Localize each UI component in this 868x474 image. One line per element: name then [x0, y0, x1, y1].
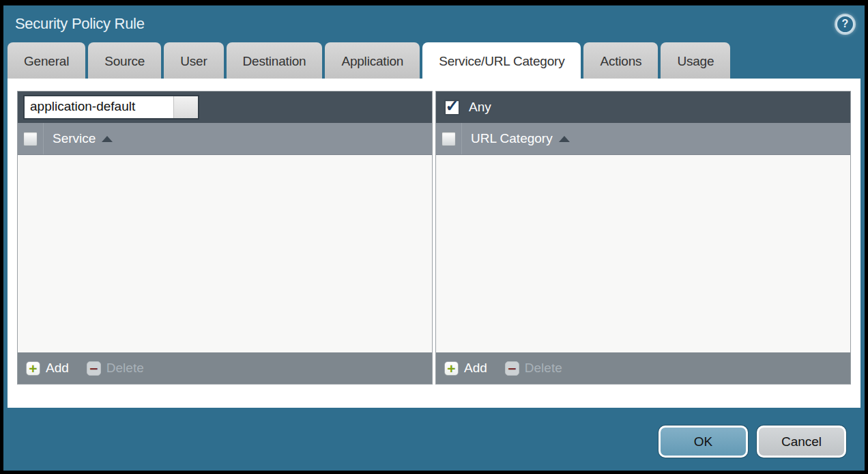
security-policy-rule-dialog: Security Policy Rule ? General Source Us… [3, 5, 865, 471]
service-column-header[interactable]: Service [44, 123, 113, 154]
service-type-dropdown[interactable]: application-default [23, 95, 199, 120]
url-category-add-button[interactable]: + Add [444, 361, 487, 376]
service-header-checkbox-cell: ✓ [18, 123, 44, 154]
url-category-panel: ✓ Any ✓ URL Category [435, 91, 851, 385]
service-select-all-checkbox[interactable]: ✓ [23, 132, 38, 146]
dialog-actions: OK Cancel [3, 426, 865, 458]
tab-destination[interactable]: Destination [227, 42, 323, 79]
url-category-panel-footer: + Add − Delete [436, 352, 850, 384]
title-bar: Security Policy Rule ? [3, 5, 865, 42]
url-category-header-checkbox-cell: ✓ [436, 123, 462, 154]
ok-button[interactable]: OK [659, 426, 748, 458]
any-checkbox[interactable]: ✓ [444, 100, 460, 115]
service-panel-topbar: application-default [18, 92, 432, 123]
service-panel: application-default ✓ [17, 91, 433, 385]
url-category-panel-topbar: ✓ Any [436, 92, 850, 123]
help-glyph: ? [842, 18, 849, 29]
tab-application[interactable]: Application [325, 42, 420, 79]
tab-user[interactable]: User [164, 42, 223, 79]
minus-icon: − [87, 361, 101, 376]
service-column-label: Service [53, 131, 96, 146]
tab-service-url-category[interactable]: Service/URL Category [422, 42, 581, 79]
tab-usage[interactable]: Usage [661, 42, 730, 79]
sort-ascending-icon [102, 136, 113, 142]
tab-general[interactable]: General [8, 42, 85, 79]
screen: Security Policy Rule ? General Source Us… [0, 0, 868, 474]
service-type-dropdown-value: application-default [25, 96, 173, 118]
service-delete-button[interactable]: − Delete [87, 361, 144, 376]
url-category-select-all-checkbox[interactable]: ✓ [442, 132, 456, 146]
url-category-add-label: Add [464, 361, 487, 376]
any-label: Any [469, 100, 491, 115]
service-add-button[interactable]: + Add [26, 361, 69, 376]
service-add-label: Add [46, 361, 69, 376]
minus-icon: − [505, 361, 519, 376]
sort-ascending-icon [559, 136, 570, 142]
dropdown-arrow-button[interactable] [173, 96, 198, 118]
plus-icon: + [444, 361, 459, 376]
check-icon: ✓ [445, 100, 459, 111]
url-category-column-header[interactable]: URL Category [462, 123, 570, 154]
dialog-title: Security Policy Rule [15, 15, 145, 33]
plus-icon: + [26, 361, 40, 376]
url-category-table-body[interactable] [436, 155, 850, 352]
service-panel-footer: + Add − Delete [18, 352, 432, 384]
content-card: application-default ✓ [8, 79, 860, 408]
service-table-body[interactable] [18, 155, 432, 352]
cancel-button[interactable]: Cancel [757, 426, 846, 458]
url-category-table-header: ✓ URL Category [436, 123, 850, 155]
any-row: ✓ Any [442, 100, 491, 115]
tab-bar: General Source User Destination Applicat… [3, 42, 865, 79]
service-delete-label: Delete [106, 361, 144, 376]
help-icon[interactable]: ? [836, 15, 854, 33]
service-table-header: ✓ Service [18, 123, 432, 155]
tab-source[interactable]: Source [88, 42, 161, 79]
tab-actions[interactable]: Actions [583, 42, 658, 79]
panels: application-default ✓ [17, 91, 851, 385]
url-category-column-label: URL Category [471, 131, 553, 146]
url-category-delete-button[interactable]: − Delete [505, 361, 562, 376]
url-category-delete-label: Delete [525, 361, 562, 376]
